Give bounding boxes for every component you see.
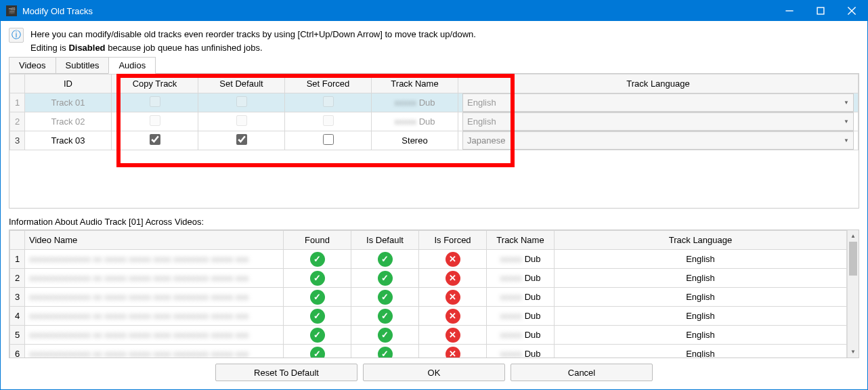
found-cell: ✓ (284, 269, 351, 288)
copy-checkbox[interactable] (150, 134, 160, 145)
track-row[interactable]: 3Track 03StereoJapanese▼ (10, 131, 859, 150)
row-number: 1 (10, 93, 25, 112)
track-id: Track 02 (25, 112, 112, 131)
info-table-wrap: Video Name Found Is Default Is Forced Tr… (9, 230, 859, 358)
default-cell (198, 112, 285, 131)
scroll-track[interactable] (848, 242, 859, 346)
ok-button[interactable]: OK (363, 364, 505, 381)
language-cell: English (555, 269, 847, 288)
tab-subtitles[interactable]: Subtitles (56, 57, 110, 74)
header-language[interactable]: Track Language (458, 74, 859, 93)
info-row[interactable]: 6xxxxxxxxxxxxxx xx xxxxx xxxxx xxxx xxxx… (10, 345, 847, 359)
video-name-cell: xxxxxxxxxxxxxx xx xxxxx xxxxx xxxx xxxxx… (25, 250, 284, 269)
row-number: 1 (10, 250, 25, 269)
default-cell: ✓ (351, 288, 419, 307)
found-cell: ✓ (284, 307, 351, 326)
row-number: 4 (10, 307, 25, 326)
header-copy[interactable]: Copy Track (112, 74, 198, 93)
maximize-button[interactable] (805, 1, 836, 21)
row-number: 5 (10, 326, 25, 345)
copy-checkbox[interactable] (150, 115, 160, 126)
forced-cell (285, 112, 372, 131)
trackname-cell[interactable]: xxxxx Dub (372, 112, 458, 131)
header-trackname[interactable]: Track Name (372, 74, 458, 93)
window-controls (774, 1, 867, 21)
default-checkbox[interactable] (236, 96, 247, 107)
video-name-cell: xxxxxxxxxxxxxx xx xxxxx xxxxx xxxx xxxxx… (25, 288, 284, 307)
info-row[interactable]: 4xxxxxxxxxxxxxx xx xxxxx xxxxx xxxx xxxx… (10, 307, 847, 326)
tracks-table: ID Copy Track Set Default Set Forced Tra… (9, 74, 859, 150)
row-number: 6 (10, 345, 25, 359)
forced-cell (285, 93, 372, 112)
scroll-thumb[interactable] (849, 242, 857, 276)
close-icon (847, 6, 856, 16)
svg-rect-1 (817, 7, 824, 14)
check-icon: ✓ (310, 309, 325, 324)
header2-trackname[interactable]: Track Name (487, 231, 555, 250)
default-cell (198, 93, 285, 112)
cancel-button[interactable]: Cancel (511, 364, 653, 381)
language-cell: English (555, 345, 847, 359)
track-id: Track 01 (25, 93, 112, 112)
header2-default[interactable]: Is Default (351, 231, 419, 250)
header2-rownum (10, 231, 25, 250)
header2-found[interactable]: Found (284, 231, 351, 250)
scrollbar[interactable]: ▲ ▼ (847, 230, 859, 358)
language-cell: Japanese▼ (458, 131, 859, 150)
info-row[interactable]: 5xxxxxxxxxxxxxx xx xxxxx xxxxx xxxx xxxx… (10, 326, 847, 345)
video-name-cell: xxxxxxxxxxxxxx xx xxxxx xxxxx xxxx xxxxx… (25, 326, 284, 345)
tab-videos[interactable]: Videos (9, 57, 56, 74)
trackname-cell: xxxxx Dub (487, 288, 555, 307)
default-cell (198, 131, 285, 150)
reset-button[interactable]: Reset To Default (215, 364, 357, 381)
info-table: Video Name Found Is Default Is Forced Tr… (9, 230, 847, 358)
forced-checkbox[interactable] (323, 96, 334, 107)
check-icon: ✓ (310, 347, 325, 359)
check-icon: ✓ (310, 271, 325, 286)
default-checkbox[interactable] (236, 134, 247, 145)
copy-checkbox[interactable] (150, 96, 160, 107)
trackname-cell: xxxxx Dub (487, 250, 555, 269)
content-area: ⓘ Here you can modify/disable old tracks… (1, 21, 867, 387)
track-row[interactable]: 2Track 02xxxxx DubEnglish▼ (10, 112, 859, 131)
forced-cell: ✕ (419, 307, 487, 326)
forced-checkbox[interactable] (323, 134, 334, 145)
found-cell: ✓ (284, 250, 351, 269)
cross-icon: ✕ (446, 309, 460, 324)
found-cell: ✓ (284, 345, 351, 359)
check-icon: ✓ (378, 328, 393, 343)
info-text: Here you can modify/disable old tracks e… (30, 28, 476, 54)
check-icon: ✓ (310, 252, 325, 267)
copy-cell (112, 131, 198, 150)
trackname-cell[interactable]: xxxxx Dub (372, 93, 458, 112)
header-default[interactable]: Set Default (198, 74, 285, 93)
scroll-up-icon[interactable]: ▲ (848, 230, 859, 242)
default-checkbox[interactable] (236, 115, 247, 126)
check-icon: ✓ (378, 290, 393, 305)
language-dropdown[interactable]: English▼ (462, 112, 854, 131)
header2-forced[interactable]: Is Forced (419, 231, 487, 250)
info-row[interactable]: 3xxxxxxxxxxxxxx xx xxxxx xxxxx xxxx xxxx… (10, 288, 847, 307)
scroll-down-icon[interactable]: ▼ (848, 346, 859, 358)
language-cell: English▼ (458, 93, 859, 112)
row-number: 3 (10, 288, 25, 307)
info-row[interactable]: 2xxxxxxxxxxxxxx xx xxxxx xxxxx xxxx xxxx… (10, 269, 847, 288)
language-dropdown[interactable]: English▼ (462, 93, 854, 112)
forced-checkbox[interactable] (323, 115, 334, 126)
close-button[interactable] (836, 1, 867, 21)
header2-language[interactable]: Track Language (555, 231, 847, 250)
trackname-cell[interactable]: Stereo (372, 131, 458, 150)
info-row[interactable]: 1xxxxxxxxxxxxxx xx xxxxx xxxxx xxxx xxxx… (10, 250, 847, 269)
check-icon: ✓ (378, 252, 393, 267)
header-id[interactable]: ID (25, 74, 112, 93)
minimize-button[interactable] (774, 1, 805, 21)
track-row[interactable]: 1Track 01xxxxx DubEnglish▼ (10, 93, 859, 112)
found-cell: ✓ (284, 326, 351, 345)
video-name-cell: xxxxxxxxxxxxxx xx xxxxx xxxxx xxxx xxxxx… (25, 269, 284, 288)
cross-icon: ✕ (446, 290, 460, 305)
language-dropdown[interactable]: Japanese▼ (462, 131, 854, 150)
tab-audios[interactable]: Audios (108, 57, 156, 74)
header2-videoname[interactable]: Video Name (25, 231, 284, 250)
language-cell: English (555, 326, 847, 345)
header-forced[interactable]: Set Forced (285, 74, 372, 93)
